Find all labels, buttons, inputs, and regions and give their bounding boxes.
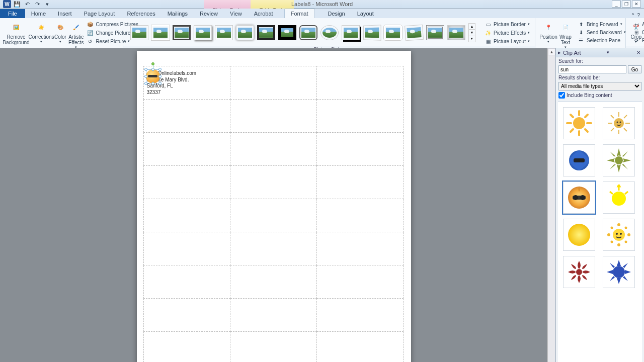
tab-review[interactable]: Review <box>194 9 224 18</box>
style-thumb[interactable] <box>299 25 317 40</box>
scroll-up-icon[interactable]: ▲ <box>548 48 555 55</box>
clipart-result[interactable] <box>563 144 595 176</box>
label-cell[interactable] <box>143 265 230 299</box>
label-cell[interactable] <box>316 332 403 363</box>
remove-background-button[interactable]: 🖼️ Remove Background <box>3 20 29 46</box>
label-cell[interactable] <box>143 199 230 232</box>
label-cell[interactable] <box>143 100 230 133</box>
label-cell[interactable] <box>316 232 403 265</box>
label-cell[interactable] <box>316 265 403 299</box>
tab-insert[interactable]: Insert <box>52 9 78 18</box>
style-thumb[interactable] <box>236 25 254 40</box>
send-backward-button[interactable]: ⬇Send Backward▾ <box>576 28 628 36</box>
clipart-result[interactable] <box>563 219 595 251</box>
include-bing-checkbox[interactable]: Include Bing content <box>556 91 644 100</box>
gallery-up-icon[interactable]: ▲ <box>469 24 475 29</box>
label-cell[interactable] <box>143 332 230 363</box>
clipart-result[interactable] <box>563 256 595 288</box>
label-cell[interactable] <box>230 232 316 265</box>
style-thumb[interactable] <box>173 25 191 40</box>
label-cell[interactable]: Onlinelabels.com E. Lake Mary Blvd. Sanf… <box>143 66 230 100</box>
style-thumb[interactable] <box>194 25 212 40</box>
label-cell[interactable] <box>143 166 230 199</box>
artistic-effects-button[interactable]: 🖌️ Artistic Effects▾ <box>67 20 85 50</box>
minimize-ribbon-icon[interactable]: ^ <box>632 13 634 18</box>
vertical-scrollbar[interactable]: ▲ ▼ ◦ ○ ◦ <box>547 48 555 362</box>
style-thumb[interactable] <box>405 25 424 41</box>
help-icon[interactable]: ? <box>637 13 640 18</box>
corrections-button[interactable]: ☀️ Corrections▾ <box>29 20 53 45</box>
crop-button[interactable]: ✂️ Crop▾ <box>629 20 643 45</box>
label-cell[interactable] <box>316 66 403 100</box>
search-input[interactable] <box>558 65 626 73</box>
tab-references[interactable]: References <box>121 9 161 18</box>
style-thumb[interactable] <box>257 25 275 40</box>
label-cell[interactable] <box>230 66 316 100</box>
document-area[interactable]: Onlinelabels.com E. Lake Mary Blvd. Sanf… <box>0 48 547 362</box>
tab-acrobat[interactable]: Acrobat <box>248 9 279 18</box>
clipart-result[interactable] <box>563 107 595 139</box>
style-thumb[interactable] <box>320 25 339 40</box>
close-pane-button[interactable]: ✕ <box>635 50 642 55</box>
close-button[interactable]: ✕ <box>632 1 641 8</box>
picture-effects-button[interactable]: ✨Picture Effects▾ <box>482 29 532 37</box>
style-thumb[interactable] <box>151 25 170 40</box>
clipart-result[interactable] <box>603 144 635 176</box>
position-button[interactable]: 📍 Position▾ <box>538 20 558 45</box>
pane-menu-icon[interactable]: ▼ <box>606 50 610 55</box>
gallery-down-icon[interactable]: ▼ <box>469 29 475 35</box>
tab-design[interactable]: Design <box>322 9 351 18</box>
label-cell[interactable] <box>316 100 403 133</box>
tab-format[interactable]: Format <box>284 9 315 18</box>
label-cell[interactable] <box>230 332 316 363</box>
rotate-handle-icon[interactable] <box>151 62 154 65</box>
label-cell[interactable] <box>143 299 230 332</box>
style-thumb[interactable] <box>130 25 148 40</box>
label-cell[interactable] <box>316 199 403 232</box>
style-thumb[interactable] <box>447 25 465 40</box>
tab-mailings[interactable]: Mailings <box>162 9 194 18</box>
style-thumb[interactable] <box>215 25 233 40</box>
tab-view[interactable]: View <box>224 9 248 18</box>
bring-forward-button[interactable]: ⬆Bring Forward▾ <box>576 20 628 28</box>
style-thumb[interactable] <box>384 25 402 40</box>
tab-layout[interactable]: Layout <box>351 9 380 18</box>
tab-home[interactable]: Home <box>25 9 52 18</box>
undo-icon[interactable]: ↶ <box>23 0 31 8</box>
label-cell[interactable] <box>230 100 316 133</box>
label-cell[interactable] <box>316 133 403 166</box>
style-thumb[interactable] <box>363 25 381 41</box>
picture-layout-button[interactable]: ▦Picture Layout▾ <box>482 37 532 45</box>
gallery-more-icon[interactable]: ▾ <box>469 36 475 42</box>
save-icon[interactable]: 💾 <box>13 0 21 8</box>
style-thumb[interactable] <box>278 25 296 40</box>
clipart-result-selected[interactable] <box>563 182 595 214</box>
picture-border-button[interactable]: ▭Picture Border▾ <box>482 20 532 28</box>
label-cell[interactable] <box>230 166 316 199</box>
label-cell[interactable] <box>143 133 230 166</box>
task-pane-nav-icon[interactable]: ▸ <box>558 49 561 56</box>
minimize-button[interactable]: _ <box>612 1 621 8</box>
clipart-result[interactable] <box>603 256 635 288</box>
label-cell[interactable] <box>143 232 230 265</box>
clipart-result[interactable] <box>603 182 635 214</box>
tab-page-layout[interactable]: Page Layout <box>78 9 121 18</box>
picture-style-gallery[interactable]: ▲ ▼ ▾ <box>126 23 479 42</box>
clipart-result[interactable] <box>603 219 635 251</box>
label-cell[interactable] <box>230 265 316 299</box>
selection-pane-button[interactable]: ☰Selection Pane <box>576 36 628 44</box>
label-cell[interactable] <box>230 299 316 332</box>
label-cell[interactable] <box>230 133 316 166</box>
media-type-select[interactable]: All media file types <box>558 82 641 90</box>
restore-button[interactable]: ❐ <box>622 1 631 8</box>
style-thumb[interactable] <box>342 25 360 40</box>
page[interactable]: Onlinelabels.com E. Lake Mary Blvd. Sanf… <box>137 51 411 362</box>
qat-dropdown-icon[interactable]: ▾ <box>43 0 51 8</box>
label-cell[interactable] <box>230 199 316 232</box>
redo-icon[interactable]: ↷ <box>33 0 41 8</box>
label-cell[interactable] <box>316 166 403 199</box>
wrap-text-button[interactable]: 📄 Wrap Text▾ <box>558 20 573 50</box>
label-cell[interactable] <box>316 299 403 332</box>
selected-clipart[interactable] <box>146 69 160 83</box>
tab-file[interactable]: File <box>0 9 25 18</box>
